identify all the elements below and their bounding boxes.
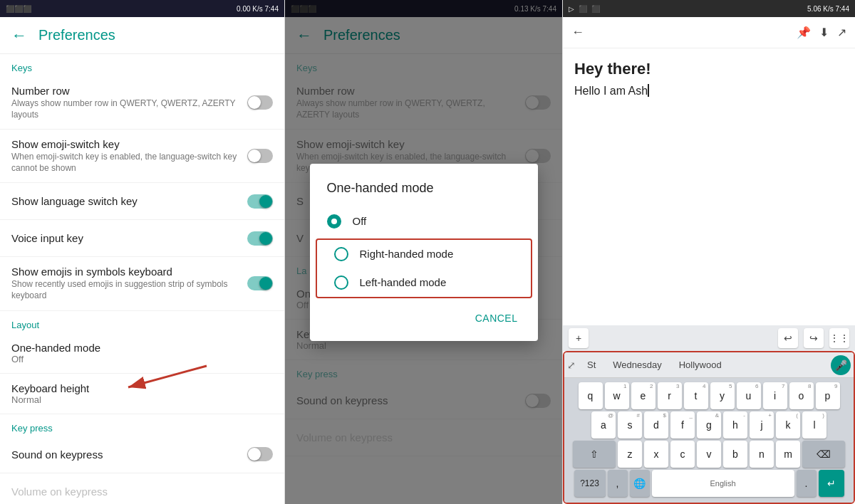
key-g[interactable]: g& [697, 411, 721, 439]
left-number-row-toggle[interactable] [247, 95, 273, 110]
left-emoji-switch-text: Show emoji-switch key When emoji-switch … [11, 138, 239, 174]
key-f[interactable]: f_ [670, 411, 695, 439]
left-volume-label: Volume on keypress [11, 485, 264, 498]
keyboard-add-button[interactable]: + [569, 328, 589, 348]
left-volume-text: Volume on keypress [11, 485, 264, 498]
keyboard-red-highlight: ⤢ St Wednesday Hollywood 🎤 q w1 e2 r3 t4… [563, 351, 855, 504]
key-k[interactable]: k( [776, 411, 800, 439]
dialog-option-right[interactable]: Right-handed mode [317, 240, 531, 268]
editor-text-content: Hello I am Ash [574, 85, 648, 97]
key-comma[interactable]: , [608, 470, 628, 497]
left-lang-switch-text: Show language switch key [11, 195, 239, 207]
key-shift[interactable]: ⇧ [573, 441, 616, 468]
key-sym[interactable]: ?123 [574, 470, 606, 497]
key-m[interactable]: m [776, 441, 800, 468]
key-e[interactable]: e2 [631, 382, 656, 409]
key-x[interactable]: x [644, 441, 668, 468]
one-handed-dialog-overlay: One-handed mode Off Right-handed mode Le… [285, 0, 562, 504]
left-number-row-label: Number row [11, 85, 239, 97]
dialog-option-left[interactable]: Left-handed mode [317, 268, 531, 297]
left-back-button[interactable]: ← [11, 26, 27, 45]
suggestion-wednesday[interactable]: Wednesday [607, 357, 667, 373]
dialog-radio-left [334, 275, 348, 290]
left-volume-setting[interactable]: Volume on keypress [0, 473, 284, 504]
suggestion-st[interactable]: St [581, 357, 601, 373]
left-lang-switch-label: Show language switch key [11, 195, 239, 207]
keyboard-area: + ↩ ↪ ⋮⋮ ⤢ St Wednesday Hollywood 🎤 q [563, 325, 855, 504]
right-pin-icon[interactable]: 📌 [797, 26, 811, 39]
left-emoji-switch-setting: Show emoji-switch key When emoji-switch … [0, 130, 284, 183]
key-y[interactable]: y5 [710, 382, 735, 409]
key-t[interactable]: t4 [684, 382, 708, 409]
dialog-option-off[interactable]: Off [310, 207, 538, 236]
key-u[interactable]: u6 [737, 382, 761, 409]
left-status-icons: ⬛⬛⬛ [6, 5, 31, 13]
left-keys-header: Keys [0, 54, 284, 76]
voice-input-button[interactable]: 🎤 [831, 355, 851, 375]
left-emoji-switch-label: Show emoji-switch key [11, 138, 239, 150]
key-rows: q w1 e2 r3 t4 y5 u6 i7 o8 p9 a@ s# [567, 381, 851, 500]
key-d[interactable]: d$ [644, 411, 668, 439]
left-one-handed-setting[interactable]: One-handed mode Off [0, 333, 284, 374]
key-v[interactable]: v [697, 441, 721, 468]
key-w[interactable]: w1 [605, 382, 629, 409]
key-row-bottom: ?123 , 🌐 English . ↵ [567, 470, 851, 497]
key-period[interactable]: . [797, 470, 817, 497]
key-backspace[interactable]: ⌫ [802, 441, 845, 468]
key-z[interactable]: z [618, 441, 642, 468]
key-q[interactable]: q [579, 382, 603, 409]
key-globe[interactable]: 🌐 [630, 470, 650, 497]
key-p[interactable]: p9 [816, 382, 840, 409]
dialog-title: One-handed mode [310, 181, 538, 207]
left-emojis-symbols-toggle[interactable] [247, 276, 273, 290]
left-one-handed-label: One-handed mode [11, 342, 264, 354]
key-j[interactable]: j+ [750, 411, 774, 439]
key-h[interactable]: h- [723, 411, 747, 439]
dialog-actions: CANCEL [310, 301, 538, 335]
keyboard-more-button[interactable]: ⋮⋮ [829, 328, 849, 348]
suggestion-hollywood[interactable]: Hollywood [673, 357, 727, 373]
left-content: Keys Number row Always show number row i… [0, 54, 284, 504]
dialog-cancel-button[interactable]: CANCEL [467, 307, 527, 330]
key-b[interactable]: b [723, 441, 747, 468]
key-i[interactable]: i7 [763, 382, 787, 409]
left-lang-switch-setting: Show language switch key [0, 183, 284, 220]
key-s[interactable]: s# [618, 411, 642, 439]
left-lang-switch-toggle[interactable] [247, 194, 273, 209]
expand-icon[interactable]: ⤢ [567, 359, 576, 371]
editor-text[interactable]: Hello I am Ash [574, 84, 844, 98]
key-space[interactable]: English [652, 470, 794, 497]
key-row-2: a@ s# d$ f_ g& h- j+ k( l) [567, 411, 851, 439]
right-download-icon[interactable]: ⬇ [819, 26, 829, 39]
one-handed-dialog: One-handed mode Off Right-handed mode Le… [310, 164, 538, 341]
left-emojis-symbols-text: Show emojis in symbols keyboard Show rec… [11, 266, 239, 301]
left-voice-input-toggle[interactable] [247, 231, 273, 246]
left-sound-toggle[interactable] [247, 447, 273, 461]
right-top-bar: ← 📌 ⬇ ↗ [563, 17, 855, 48]
left-sound-label: Sound on keypress [11, 448, 239, 461]
right-share-icon[interactable]: ↗ [837, 26, 846, 39]
key-r[interactable]: r3 [658, 382, 682, 409]
left-title: Preferences [38, 27, 115, 43]
right-status-speed: 5.06 K/s 7:44 [807, 5, 849, 13]
left-keyboard-height-value: Normal [11, 394, 264, 405]
left-keypress-header: Key press [0, 414, 284, 436]
key-n[interactable]: n [750, 441, 774, 468]
left-top-bar: ← Preferences [0, 17, 284, 54]
key-o[interactable]: o8 [789, 382, 814, 409]
suggestions-bar: ⤢ St Wednesday Hollywood 🎤 [564, 352, 854, 378]
key-c[interactable]: c [670, 441, 695, 468]
left-voice-input-setting: Voice input key [0, 220, 284, 257]
left-voice-input-label: Voice input key [11, 232, 239, 244]
keyboard-keys: q w1 e2 r3 t4 y5 u6 i7 o8 p9 a@ s# [564, 378, 854, 503]
keyboard-redo-button[interactable]: ↪ [804, 328, 824, 348]
key-l[interactable]: l) [802, 411, 826, 439]
keyboard-undo-button[interactable]: ↩ [778, 328, 798, 348]
key-a[interactable]: a@ [591, 411, 616, 439]
editor-area: Hey there! Hello I am Ash [563, 48, 855, 325]
right-status-bar: ▷ ⬛ ⬛ 5.06 K/s 7:44 [563, 0, 855, 17]
right-back-button[interactable]: ← [571, 25, 584, 40]
key-enter[interactable]: ↵ [819, 470, 844, 497]
keyboard-toolbar: + ↩ ↪ ⋮⋮ [563, 325, 855, 351]
left-emoji-switch-toggle[interactable] [247, 149, 273, 163]
